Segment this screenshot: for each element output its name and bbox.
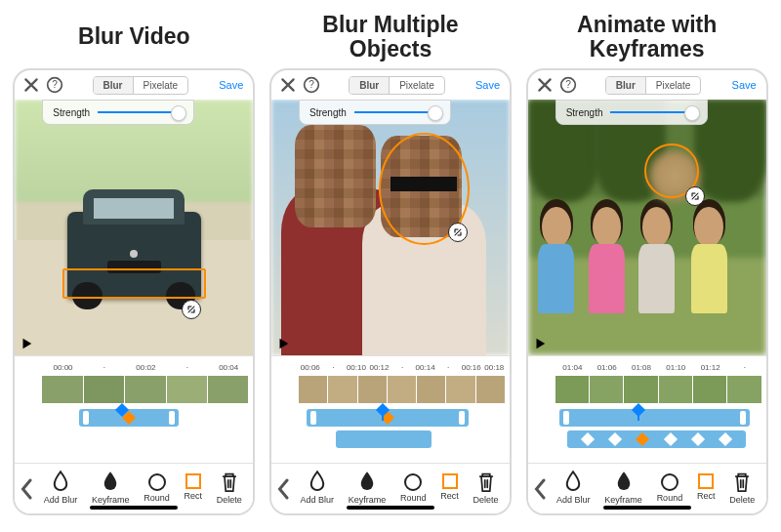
keyframe-marker[interactable] [719,432,732,446]
droplet-icon [51,473,70,493]
keyframe-marker-active[interactable] [636,432,649,446]
help-icon[interactable]: ? [46,76,63,94]
clip-handle-left[interactable] [83,411,89,425]
round-button[interactable]: Round [657,473,683,505]
effect-track-1[interactable] [559,409,750,427]
clip-thumbnails[interactable] [42,376,249,403]
effect-track-2[interactable] [336,430,432,448]
round-button[interactable]: Round [400,473,427,505]
video-viewport[interactable] [15,100,253,355]
droplet-icon [308,473,327,493]
phone-frame-3: ? Blur Pixelate Save Strength [526,68,768,515]
add-blur-button[interactable]: Add Blur [44,473,78,505]
strength-slider-row: Strength [555,100,708,125]
save-button[interactable]: Save [473,79,502,91]
close-icon[interactable] [536,76,554,94]
trash-icon [220,473,239,493]
home-indicator [347,506,434,510]
resize-handle-icon[interactable] [448,223,468,242]
playhead[interactable] [637,409,639,421]
trash-icon [732,473,752,493]
droplet-fill-icon [357,473,377,493]
clip-handle-right[interactable] [169,411,175,425]
back-chevron-icon[interactable] [19,477,36,501]
video-viewport[interactable] [271,100,510,355]
rect-button[interactable]: Rect [440,473,459,505]
home-indicator [603,506,691,510]
help-icon[interactable]: ? [303,76,320,94]
clip-handle-right[interactable] [459,411,465,425]
help-icon[interactable]: ? [559,76,577,94]
clip-handle-right[interactable] [740,411,746,425]
timeline[interactable]: 00:00·00:02·00:04 [15,355,253,463]
strength-label: Strength [53,107,90,118]
seg-blur[interactable]: Blur [606,77,645,94]
timeline[interactable]: 00:06·00:1000:12·00:14·00:1600:18 [271,355,510,463]
keyframe-marker[interactable] [691,432,705,446]
timeline[interactable]: 01:0401:0601:0801:1001:12· [528,355,766,463]
time-ruler: 01:0401:0601:0801:1001:12· [555,360,762,374]
headline-1: Blur Video [78,12,190,62]
seg-pixelate[interactable]: Pixelate [645,77,701,94]
strength-slider-row: Strength [42,100,194,125]
close-icon[interactable] [279,76,297,94]
top-bar: ? Blur Pixelate Save [271,70,510,100]
save-button[interactable]: Save [217,79,245,91]
effect-track[interactable] [79,409,179,427]
seg-pixelate[interactable]: Pixelate [133,77,188,94]
clip-handle-left[interactable] [310,411,316,425]
clip-thumbnails[interactable] [555,376,762,403]
play-icon[interactable] [273,334,293,353]
time-ruler: 00:00·00:02·00:04 [42,360,249,374]
clip-handle-left[interactable] [563,411,569,425]
strength-slider[interactable] [610,111,696,113]
round-button[interactable]: Round [144,473,170,505]
keyframe-button[interactable]: Keyframe [604,473,642,505]
square-icon [698,473,714,489]
delete-button[interactable]: Delete [473,473,499,505]
droplet-fill-icon [614,473,634,493]
play-icon[interactable] [530,334,550,353]
keyframe-button[interactable]: Keyframe [92,473,130,505]
trash-icon [476,473,496,493]
close-icon[interactable] [22,76,40,94]
video-viewport[interactable] [528,100,766,355]
strength-slider[interactable] [98,111,184,113]
seg-blur[interactable]: Blur [349,77,389,94]
seg-blur[interactable]: Blur [94,77,133,94]
playhead[interactable] [382,409,384,421]
top-bar: ? Blur Pixelate Save [528,70,766,100]
keyframe-marker[interactable] [581,432,595,446]
strength-slider[interactable] [354,111,440,113]
delete-button[interactable]: Delete [729,473,755,505]
play-icon[interactable] [17,334,36,353]
keyframe-marker[interactable] [608,432,622,446]
circle-icon [404,473,422,491]
resize-handle-icon[interactable] [685,186,705,206]
keyframe-marker[interactable] [664,432,678,446]
add-blur-button[interactable]: Add Blur [556,473,591,505]
screenshot-pane-2: Blur Multiple Objects ? Blur Pixelate Sa… [268,10,514,515]
back-chevron-icon[interactable] [532,477,550,501]
circle-icon [661,473,678,491]
effect-track-2[interactable] [567,430,745,448]
square-icon [185,473,201,489]
headline-2: Blur Multiple Objects [322,12,458,62]
save-button[interactable]: Save [730,79,759,91]
top-bar: ? Blur Pixelate Save [15,70,253,100]
delete-button[interactable]: Delete [217,473,242,505]
keyframe-button[interactable]: Keyframe [349,473,387,505]
seg-pixelate[interactable]: Pixelate [389,77,444,94]
rect-button[interactable]: Rect [185,473,203,505]
pixelated-face-1 [295,125,376,227]
selection-rect[interactable] [62,268,205,299]
back-chevron-icon[interactable] [275,477,293,501]
effect-segmented-control[interactable]: Blur Pixelate [583,76,724,95]
app-store-screenshots: Blur Video ? Blur Pixelate Save Str [0,0,781,525]
effect-segmented-control[interactable]: Blur Pixelate [69,76,211,95]
add-blur-button[interactable]: Add Blur [300,473,334,505]
square-icon [442,473,458,489]
rect-button[interactable]: Rect [697,473,716,505]
effect-segmented-control[interactable]: Blur Pixelate [326,76,468,95]
clip-thumbnails[interactable] [299,376,506,403]
